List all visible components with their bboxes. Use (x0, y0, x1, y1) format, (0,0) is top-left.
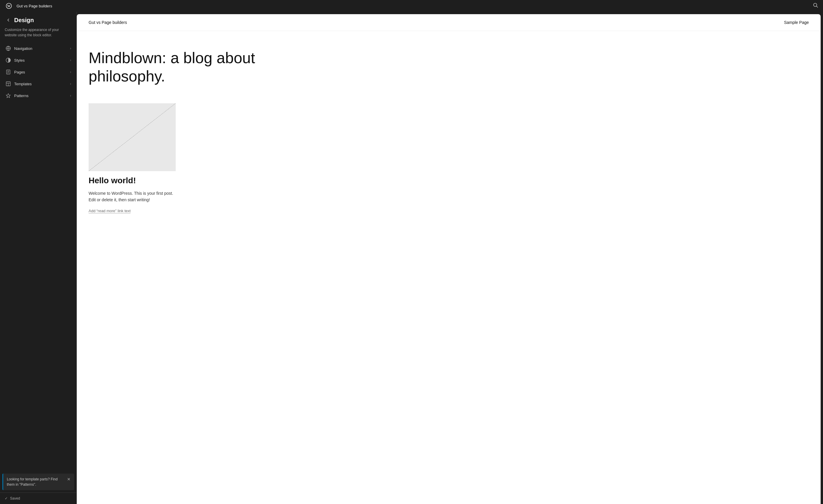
sidebar-header: Design (0, 12, 76, 26)
sidebar-footer: ✓ Saved (0, 493, 76, 504)
chevron-right-icon: › (70, 46, 71, 50)
sidebar-navigation: Navigation › Styles › (0, 42, 76, 471)
navigation-icon (5, 45, 11, 51)
main-layout: Design Customize the appearance of your … (0, 12, 823, 504)
post-title: Hello world! (89, 176, 177, 185)
post-card: Hello world! Welcome to WordPress. This … (89, 103, 177, 213)
site-header: Gut vs Page builders Sample Page (77, 14, 821, 31)
sidebar-item-pages[interactable]: Pages › (2, 66, 74, 78)
top-bar: W Gut vs Page builders (0, 0, 823, 12)
svg-line-3 (817, 6, 818, 8)
sidebar-item-patterns[interactable]: Patterns › (2, 90, 74, 101)
site-name: Gut vs Page builders (89, 20, 127, 25)
sidebar: Design Customize the appearance of your … (0, 12, 77, 504)
blog-headline: Mindblown: a blog about philosophy. (89, 49, 331, 85)
sidebar-item-styles[interactable]: Styles › (2, 54, 74, 66)
templates-icon (5, 81, 11, 87)
read-more-link[interactable]: Add “read more” link text (89, 209, 131, 213)
notice-close-button[interactable]: ✕ (67, 477, 70, 482)
sidebar-title: Design (14, 17, 34, 24)
post-image-placeholder (89, 103, 176, 171)
pages-icon (5, 69, 11, 75)
chevron-right-icon: › (70, 93, 71, 98)
preview-pane: Gut vs Page builders Sample Page Mindblo… (77, 14, 821, 504)
topbar-title: Gut vs Page builders (17, 4, 52, 8)
saved-status: Saved (10, 496, 20, 500)
sidebar-item-label-styles: Styles (14, 58, 24, 62)
chevron-right-icon: › (70, 70, 71, 74)
notice-banner: Looking for template parts? Find them in… (2, 474, 74, 490)
back-button[interactable] (5, 17, 12, 24)
patterns-icon (5, 93, 11, 98)
site-nav-link: Sample Page (784, 20, 809, 25)
notice-text: Looking for template parts? Find them in… (7, 477, 65, 487)
sidebar-item-label-templates: Templates (14, 82, 32, 86)
sidebar-item-navigation[interactable]: Navigation › (2, 42, 74, 54)
sidebar-description: Customize the appearance of your website… (0, 26, 76, 42)
sidebar-item-label-patterns: Patterns (14, 93, 28, 98)
preview-content: Mindblown: a blog about philosophy. Hell… (77, 31, 343, 225)
chevron-right-icon: › (70, 82, 71, 86)
sidebar-item-label-pages: Pages (14, 70, 25, 74)
sidebar-item-label-navigation: Navigation (14, 46, 32, 51)
sidebar-item-templates[interactable]: Templates › (2, 78, 74, 90)
post-excerpt: Welcome to WordPress. This is your first… (89, 190, 177, 203)
svg-text:W: W (7, 4, 11, 8)
svg-marker-14 (6, 93, 10, 98)
styles-icon (5, 57, 11, 63)
chevron-right-icon: › (70, 58, 71, 62)
check-icon: ✓ (5, 496, 8, 500)
wp-logo: W (5, 2, 13, 10)
search-icon[interactable] (813, 3, 818, 9)
